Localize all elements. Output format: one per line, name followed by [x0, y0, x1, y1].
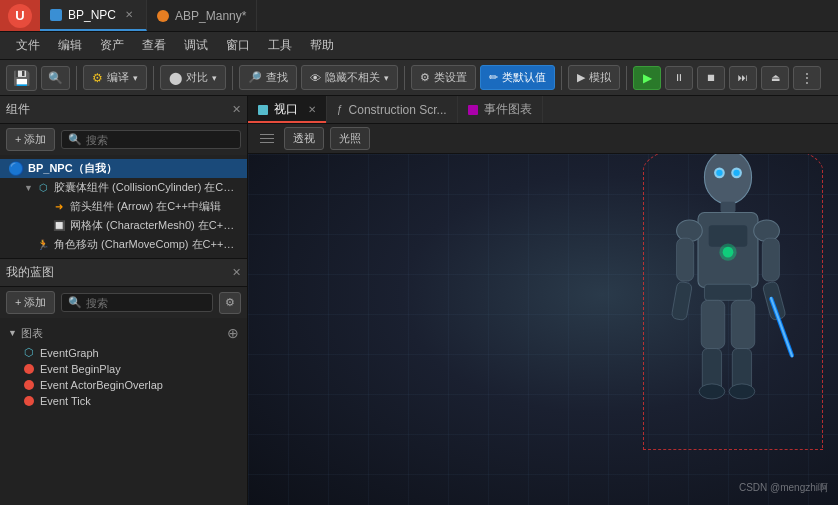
tab-abp-manny[interactable]: ABP_Manny*	[147, 0, 257, 31]
compile-button[interactable]: ⚙ 编译 ▾	[83, 65, 147, 90]
tab-viewport-close[interactable]: ✕	[308, 104, 316, 115]
perspective-button[interactable]: 透视	[284, 127, 324, 150]
tab-construction[interactable]: ƒ Construction Scr...	[327, 96, 458, 123]
tree-item-root[interactable]: 🔵 BP_NPC（自我）	[0, 159, 247, 178]
menu-bar: 文件 编辑 资产 查看 调试 窗口 工具 帮助	[0, 32, 838, 60]
viewport-menu-button[interactable]	[256, 128, 278, 150]
robot-svg	[648, 154, 808, 445]
svg-rect-18	[704, 284, 751, 300]
class-settings-icon: ⚙	[420, 71, 430, 84]
components-search-input[interactable]	[86, 134, 234, 146]
components-search-box[interactable]: 🔍	[61, 130, 241, 149]
save-button[interactable]: 💾	[6, 65, 37, 91]
svg-point-3	[716, 170, 722, 176]
find-button[interactable]: 🔎 查找	[239, 65, 297, 90]
pause-button[interactable]: ⏸	[665, 66, 693, 90]
hide-button[interactable]: 👁 隐藏不相关 ▾	[301, 65, 398, 90]
separator-3	[232, 66, 233, 90]
tab-viewport-label: 视口	[274, 101, 298, 118]
event-actor-begin-overlap-icon	[24, 380, 34, 390]
hamburger-line-3	[260, 142, 274, 143]
menu-view[interactable]: 查看	[134, 33, 174, 58]
class-defaults-button[interactable]: ✏ 类默认值	[480, 65, 555, 90]
arrow-icon: ➜	[52, 200, 66, 214]
menu-file[interactable]: 文件	[8, 33, 48, 58]
robot-character	[648, 154, 808, 445]
gear-icon: ⚙	[225, 296, 235, 309]
components-panel: 组件 ✕ + 添加 🔍 🔵 BP_NPC（自我） ▼	[0, 96, 247, 259]
tree-item-arrow[interactable]: ➜ 箭头组件 (Arrow) 在C++中编辑	[0, 197, 247, 216]
class-defaults-label: 类默认值	[502, 70, 546, 85]
blueprint-settings-button[interactable]: ⚙	[219, 292, 241, 314]
class-settings-label: 类设置	[434, 70, 467, 85]
tree-item-capsule-label: 胶囊体组件 (CollisionCylinder) 在C++中	[54, 180, 239, 195]
play-button[interactable]: ▶	[633, 66, 661, 90]
save-icon: 💾	[13, 70, 30, 86]
svg-point-11	[754, 220, 780, 241]
tab-bp-npc-label: BP_NPC	[68, 8, 116, 22]
tab-bp-npc[interactable]: BP_NPC ✕	[40, 0, 147, 31]
menu-asset[interactable]: 资产	[92, 33, 132, 58]
eject-button[interactable]: ⏏	[761, 66, 789, 90]
tree-item-mesh[interactable]: 🔲 网格体 (CharacterMesh0) 在C++中编	[0, 216, 247, 235]
svg-point-4	[733, 170, 739, 176]
svg-point-23	[699, 384, 725, 399]
svg-rect-19	[701, 300, 725, 348]
menu-tools[interactable]: 工具	[260, 33, 300, 58]
simulate-button[interactable]: ▶ 模拟	[568, 65, 620, 90]
svg-rect-20	[731, 300, 755, 348]
event-graph-item[interactable]: ⬡ EventGraph	[0, 344, 247, 361]
blueprint-search-input[interactable]	[86, 297, 206, 309]
anim-icon	[157, 10, 169, 22]
construction-icon: ƒ	[337, 104, 343, 115]
menu-help[interactable]: 帮助	[302, 33, 342, 58]
hamburger-line-2	[260, 138, 274, 139]
tree-item-charmove[interactable]: 🏃 角色移动 (CharMoveComp) 在C++中编	[0, 235, 247, 254]
svg-point-9	[723, 247, 734, 258]
menu-debug[interactable]: 调试	[176, 33, 216, 58]
blueprint-add-button[interactable]: + 添加	[6, 291, 55, 314]
viewport-tabs: 视口 ✕ ƒ Construction Scr... 事件图表	[248, 96, 838, 124]
main-layout: 组件 ✕ + 添加 🔍 🔵 BP_NPC（自我） ▼	[0, 96, 838, 505]
event-actor-begin-overlap-label: Event ActorBeginOverlap	[40, 379, 163, 391]
tab-viewport[interactable]: 视口 ✕	[248, 96, 327, 123]
browse-button[interactable]: 🔍	[41, 66, 70, 90]
menu-window[interactable]: 窗口	[218, 33, 258, 58]
char-icon: 🏃	[36, 238, 50, 252]
event-begin-play-icon	[24, 364, 34, 374]
tabs-bar: BP_NPC ✕ ABP_Manny*	[40, 0, 838, 31]
menu-edit[interactable]: 编辑	[50, 33, 90, 58]
stop-button[interactable]: ⏹	[697, 66, 725, 90]
components-add-button[interactable]: + 添加	[6, 128, 55, 151]
graphs-add-icon[interactable]: ⊕	[227, 325, 239, 341]
viewport-3d[interactable]: CSDN @mengzhi啊	[248, 154, 838, 505]
blueprint-panel-close[interactable]: ✕	[232, 266, 241, 279]
lighting-button[interactable]: 光照	[330, 127, 370, 150]
title-bar: U BP_NPC ✕ ABP_Manny*	[0, 0, 838, 32]
skip-button[interactable]: ⏭	[729, 66, 757, 90]
tree-item-arrow-label: 箭头组件 (Arrow) 在C++中编辑	[70, 199, 239, 214]
compile-dropdown-icon: ▾	[133, 73, 138, 83]
viewport-icon	[258, 105, 268, 115]
watermark: CSDN @mengzhi啊	[739, 481, 828, 495]
more-button[interactable]: ⋮	[793, 66, 821, 90]
class-settings-button[interactable]: ⚙ 类设置	[411, 65, 476, 90]
svg-point-24	[729, 384, 755, 399]
find-label: 查找	[266, 70, 288, 85]
tab-bp-npc-close[interactable]: ✕	[122, 8, 136, 21]
blueprint-panel-toolbar: + 添加 🔍 ⚙	[0, 287, 247, 318]
components-panel-close[interactable]: ✕	[232, 103, 241, 116]
graph-icon: ⬡	[24, 346, 34, 359]
tab-abp-manny-label: ABP_Manny*	[175, 9, 246, 23]
event-tick-item[interactable]: Event Tick	[0, 393, 247, 409]
tree-item-capsule[interactable]: ▼ ⬡ 胶囊体组件 (CollisionCylinder) 在C++中	[0, 178, 247, 197]
event-actor-begin-overlap-item[interactable]: Event ActorBeginOverlap	[0, 377, 247, 393]
browse-icon: 🔍	[48, 71, 63, 85]
event-begin-play-item[interactable]: Event BeginPlay	[0, 361, 247, 377]
ue-logo[interactable]: U	[0, 0, 40, 31]
blueprint-search-box[interactable]: 🔍	[61, 293, 213, 312]
graphs-section-header[interactable]: ▼ 图表 ⊕	[0, 322, 247, 344]
tab-eventgraph[interactable]: 事件图表	[458, 96, 543, 123]
diff-button[interactable]: ⬤ 对比 ▾	[160, 65, 226, 90]
tree-item-mesh-label: 网格体 (CharacterMesh0) 在C++中编	[70, 218, 239, 233]
